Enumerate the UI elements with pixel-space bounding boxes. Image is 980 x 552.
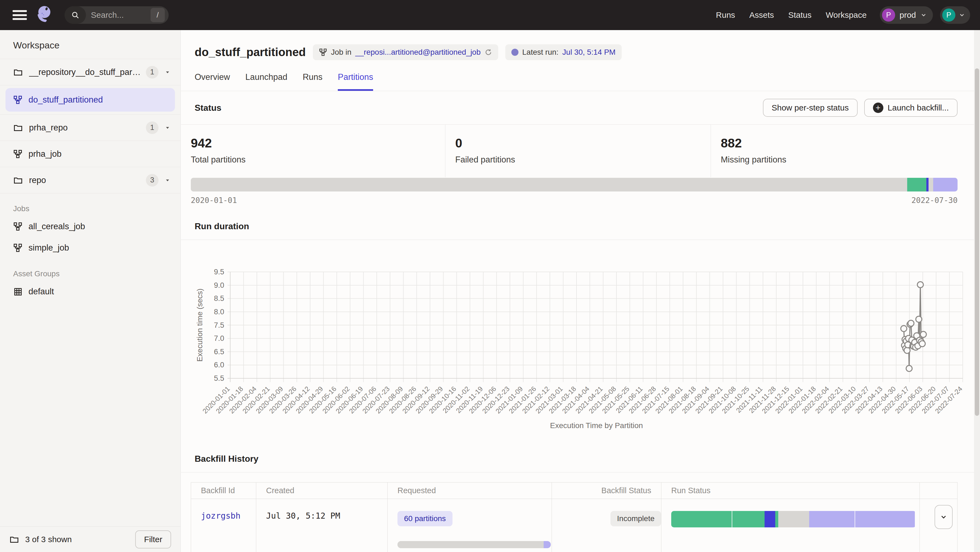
tab-runs[interactable]: Runs — [303, 72, 323, 91]
requested-range-bar — [398, 541, 551, 548]
workspace-sidebar: Workspace __repository__do_stuff_partiti… — [0, 30, 181, 552]
run-duration-chart[interactable]: 2020-01-012020-01-182020-02-042020-02-21… — [181, 264, 974, 444]
sidebar-item-label: prha_job — [29, 149, 170, 159]
sidebar-item-label: all_cereals_job — [29, 222, 85, 232]
caret-down-icon[interactable] — [164, 177, 170, 183]
vertical-scrollbar[interactable] — [974, 30, 980, 552]
caret-down-icon[interactable] — [164, 125, 170, 131]
caret-down-icon[interactable] — [164, 69, 170, 75]
search-shortcut-badge: / — [151, 8, 165, 22]
col-backfill-status: Backfill Status — [552, 482, 661, 499]
requested-partitions-tag[interactable]: 60 partitions — [398, 511, 452, 526]
table-row: jozrgsbh Jul 30, 5:12 PM 60 partitions 2… — [191, 499, 957, 552]
nav-status[interactable]: Status — [788, 10, 811, 20]
run-status-bar[interactable] — [671, 511, 916, 527]
backfill-history-table: Backfill Id Created Requested Backfill S… — [191, 482, 958, 552]
stat-value: 0 — [455, 136, 711, 151]
stat-label: Missing partitions — [721, 155, 974, 165]
count-badge: 1 — [146, 66, 159, 79]
top-nav-links: Runs Assets Status Workspace — [716, 10, 867, 20]
deployment-switcher[interactable]: P prod — [880, 6, 933, 24]
stat-value: 942 — [191, 136, 445, 151]
sidebar-item-prha-repo[interactable]: prha_repo 1 — [0, 114, 180, 141]
svg-text:9.0: 9.0 — [214, 281, 224, 289]
tab-launchpad[interactable]: Launchpad — [245, 72, 287, 91]
chevron-down-icon — [940, 513, 947, 521]
main-content: do_stuff_partitioned Job in __reposi...a… — [181, 30, 974, 552]
count-badge: 1 — [146, 121, 159, 134]
page-title: do_stuff_partitioned — [195, 46, 306, 59]
chevron-down-icon — [959, 12, 965, 18]
sidebar-item-do-stuff-partitioned[interactable]: do_stuff_partitioned — [5, 88, 175, 112]
nav-assets[interactable]: Assets — [749, 10, 774, 20]
backfill-id-link[interactable]: jozrgsbh — [201, 511, 240, 520]
sidebar-item-repository[interactable]: __repository__do_stuff_partitio... 1 — [0, 59, 180, 85]
jobs-section-label: Jobs — [0, 194, 180, 216]
search-icon — [65, 6, 86, 24]
row-expand-button[interactable] — [935, 505, 953, 529]
plus-icon: + — [873, 103, 883, 113]
partition-range-end: 2022-07-30 — [911, 196, 958, 205]
svg-text:Execution Time by Partition: Execution Time by Partition — [550, 421, 643, 430]
latest-run-prefix: Latest run: — [522, 48, 558, 57]
top-navigation-bar: / Runs Assets Status Workspace P prod P — [0, 0, 980, 30]
nav-runs[interactable]: Runs — [716, 10, 735, 20]
folder-icon — [9, 535, 19, 544]
show-per-step-status-button[interactable]: Show per-step status — [763, 99, 858, 117]
dagster-logo[interactable] — [36, 5, 53, 25]
chevron-down-icon — [920, 12, 927, 18]
job-tabs: Overview Launchpad Runs Partitions — [181, 60, 974, 91]
job-icon — [13, 243, 22, 252]
launch-backfill-button[interactable]: + Launch backfill... — [864, 99, 958, 117]
partition-status-bar[interactable] — [191, 178, 958, 192]
sidebar-item-label: do_stuff_partitioned — [29, 95, 103, 105]
svg-text:7.0: 7.0 — [214, 334, 224, 343]
col-created: Created — [256, 482, 388, 499]
sidebar-job-simple-job[interactable]: simple_job — [0, 237, 180, 259]
nav-workspace[interactable]: Workspace — [826, 10, 867, 20]
run-status-dot — [511, 49, 519, 56]
col-actions — [920, 482, 957, 499]
table-header-row: Backfill Id Created Requested Backfill S… — [191, 482, 957, 499]
tab-overview[interactable]: Overview — [195, 72, 230, 91]
col-run-status: Run Status — [661, 482, 920, 499]
folder-icon — [13, 123, 23, 133]
sidebar-footer: 3 of 3 shown Filter — [0, 526, 180, 552]
global-search[interactable]: / — [65, 6, 169, 24]
sidebar-item-prha-job[interactable]: prha_job — [0, 141, 180, 167]
filter-button[interactable]: Filter — [135, 530, 171, 549]
stat-total-partitions: 942 Total partitions — [181, 125, 445, 177]
col-requested: Requested — [388, 482, 552, 499]
user-menu[interactable]: P — [940, 6, 970, 24]
scrollbar-thumb[interactable] — [975, 68, 979, 416]
stat-label: Total partitions — [191, 155, 445, 165]
reload-icon[interactable] — [485, 48, 492, 56]
svg-text:Execution time (secs): Execution time (secs) — [196, 289, 204, 362]
folder-icon — [13, 175, 23, 185]
svg-text:8.5: 8.5 — [214, 294, 224, 303]
hamburger-menu-icon[interactable] — [10, 8, 29, 22]
partition-stats: 942 Total partitions 0 Failed partitions… — [181, 125, 974, 177]
sidebar-title: Workspace — [0, 30, 180, 59]
user-avatar: P — [942, 8, 955, 22]
sidebar-job-all-cereals[interactable]: all_cereals_job — [0, 216, 180, 237]
shown-count: 3 of 3 shown — [25, 535, 72, 544]
col-backfill-id: Backfill Id — [191, 482, 256, 499]
svg-text:9.5: 9.5 — [214, 268, 224, 276]
status-heading: Status — [195, 103, 221, 113]
sidebar-item-label: simple_job — [29, 243, 69, 253]
sidebar-item-repo[interactable]: repo 3 — [0, 167, 180, 194]
svg-text:6.0: 6.0 — [214, 361, 224, 369]
sidebar-item-label: __repository__do_stuff_partitio... — [29, 67, 142, 77]
job-icon — [319, 48, 327, 56]
svg-text:6.5: 6.5 — [214, 348, 224, 356]
tab-partitions[interactable]: Partitions — [338, 72, 373, 91]
deployment-name: prod — [899, 10, 916, 20]
count-badge: 3 — [146, 174, 159, 187]
latest-run-link[interactable]: Jul 30, 5:14 PM — [562, 48, 616, 57]
stat-value: 882 — [721, 136, 974, 151]
search-input[interactable] — [91, 10, 137, 20]
job-tag-link[interactable]: __reposi...artitioned@partitioned_job — [355, 48, 481, 57]
backfill-history-heading: Backfill History — [195, 454, 258, 464]
sidebar-asset-group-default[interactable]: default — [0, 281, 180, 302]
